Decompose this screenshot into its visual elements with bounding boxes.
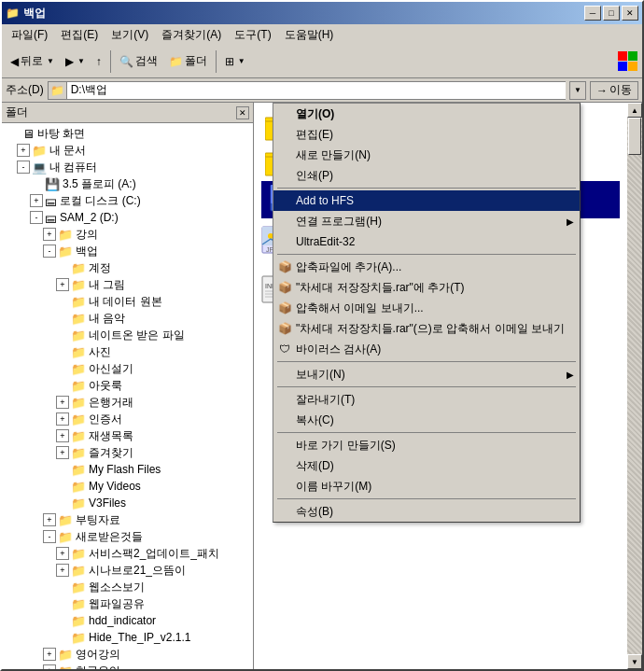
expand-drive-d[interactable]: - — [30, 211, 43, 224]
expand-favorites[interactable]: + — [56, 446, 69, 459]
search-button[interactable]: 🔍 검색 — [115, 49, 162, 75]
ctx-virus-icon: 🛡 — [277, 342, 292, 356]
ctx-compress-email[interactable]: 📦 압축해서 이메일 보내기... — [273, 298, 580, 318]
tree-item-v3files[interactable]: 📁 V3Files — [4, 495, 251, 511]
scroll-track[interactable] — [627, 118, 642, 654]
expand-my-pictures[interactable]: + — [56, 278, 69, 291]
expand-boot[interactable]: + — [43, 513, 56, 526]
tree-item-my-documents[interactable]: + 📁 내 문서 — [4, 142, 251, 159]
expand-playlist[interactable]: + — [56, 429, 69, 442]
file-panel-scrollbar[interactable]: ▲ ▼ — [627, 103, 642, 669]
ctx-add-archive[interactable]: 📦 압축파일에 추가(A)... — [273, 257, 580, 277]
ctx-cut[interactable]: 잘라내기(T) — [273, 389, 580, 410]
ctx-edit[interactable]: 편집(E) — [273, 124, 580, 145]
ctx-delete[interactable]: 삭제(D) — [273, 455, 580, 476]
expand-sp2[interactable]: + — [56, 547, 69, 560]
folder-tree[interactable]: 🖥 바탕 화면 + 📁 내 문서 - 💻 내 컴퓨터 — [2, 123, 253, 669]
tree-item-account[interactable]: 📁 계정 — [4, 259, 251, 276]
tree-item-websource[interactable]: 📁 웹소스보기 — [4, 579, 251, 595]
back-button[interactable]: ◀ 뒤로 ▼ — [6, 49, 59, 75]
tree-item-playlist[interactable]: + 📁 재생목록 — [4, 427, 251, 444]
tree-item-data-source[interactable]: 📁 내 데이터 원본 — [4, 293, 251, 310]
close-button[interactable]: ✕ — [622, 6, 638, 21]
tree-item-my-videos[interactable]: 📁 My Videos — [4, 478, 251, 495]
ctx-virus-scan[interactable]: 🛡 바이러스 검사(A) — [273, 339, 580, 359]
tree-item-asin[interactable]: 📁 아신설기 — [4, 360, 251, 377]
tree-item-hideip[interactable]: 📁 Hide_The_IP_v2.1.1 — [4, 629, 251, 646]
tree-item-drive-d[interactable]: - 🖴 SAM_2 (D:) — [4, 209, 251, 226]
minimize-button[interactable]: ─ — [584, 6, 601, 21]
menu-file[interactable]: 파일(F) — [6, 25, 53, 45]
forward-button[interactable]: ▶ ▼ — [61, 49, 90, 75]
expand-sinabro[interactable]: + — [56, 564, 69, 577]
tree-item-outlook[interactable]: 📁 아웃룩 — [4, 377, 251, 394]
expand-lecture[interactable]: + — [43, 228, 56, 241]
ctx-open[interactable]: 열기(O) — [273, 104, 580, 124]
maximize-button[interactable]: □ — [603, 6, 620, 21]
ctx-new[interactable]: 새로 만들기(N) — [273, 145, 580, 165]
tree-item-new-downloads[interactable]: - 📁 새로받은것들 — [4, 528, 251, 545]
scroll-thumb[interactable] — [628, 118, 641, 155]
menu-help[interactable]: 도움말(H) — [279, 25, 340, 45]
tree-item-my-music[interactable]: 📁 내 음악 — [4, 310, 251, 327]
ctx-copy[interactable]: 복사(C) — [273, 410, 580, 430]
expand-my-documents[interactable]: + — [17, 144, 30, 157]
tree-item-webfiles[interactable]: 📁 웹파일공유 — [4, 595, 251, 612]
expand-new-downloads[interactable]: - — [43, 530, 56, 543]
ctx-create-shortcut[interactable]: 바로 가기 만들기(S) — [273, 435, 580, 455]
tree-item-english[interactable]: + 📁 영어강의 — [4, 646, 251, 663]
views-button[interactable]: ⊞ ▼ — [220, 49, 250, 75]
tree-item-nateon[interactable]: 📁 네이트온 받은 파일 — [4, 327, 251, 343]
expand-banking[interactable]: + — [56, 396, 69, 409]
tree-item-boot[interactable]: + 📁 부팅자료 — [4, 511, 251, 528]
ctx-print[interactable]: 인쇄(P) — [273, 165, 580, 186]
expand-cert[interactable]: + — [56, 412, 69, 426]
ctx-delete-label: 삭제(D) — [296, 458, 334, 474]
main-window: 📁 백업 ─ □ ✕ 파일(F) 편집(E) 보기(V) 즐겨찾기(A) 도구(… — [0, 0, 644, 671]
go-button[interactable]: → 이동 — [590, 81, 638, 100]
tree-item-desktop[interactable]: 🖥 바탕 화면 — [4, 125, 251, 142]
tree-item-floppy[interactable]: 💾 3.5 플로피 (A:) — [4, 175, 251, 192]
tree-item-sinabro[interactable]: + 📁 시나브로21_으뜸이 — [4, 562, 251, 579]
tree-item-my-pictures[interactable]: + 📁 내 그림 — [4, 276, 251, 293]
folder-panel-close[interactable]: ✕ — [236, 106, 249, 119]
banking-icon: 📁 — [71, 396, 86, 410]
tree-item-drive-c[interactable]: + 🖴 로컬 디스크 (C:) — [4, 192, 251, 209]
scroll-up-btn[interactable]: ▲ — [627, 103, 642, 118]
menu-favorites[interactable]: 즐겨찾기(A) — [156, 25, 227, 45]
ctx-open-with[interactable]: 연결 프로그램(H) ▶ — [273, 211, 580, 231]
tree-item-sp2[interactable]: + 📁 서비스팩2_업데이트_패치 — [4, 545, 251, 562]
back-label: 뒤로 — [21, 53, 43, 69]
menu-tools[interactable]: 도구(T) — [229, 25, 276, 45]
expand-korean-music[interactable]: + — [43, 664, 56, 669]
expand-my-computer[interactable]: - — [17, 161, 30, 174]
scroll-down-btn[interactable]: ▼ — [627, 654, 642, 669]
expand-drive-c[interactable]: + — [30, 194, 43, 207]
ctx-send-to[interactable]: 보내기(N) ▶ — [273, 364, 580, 384]
tree-item-hdd[interactable]: 📁 hdd_indicator — [4, 612, 251, 629]
tree-item-my-computer[interactable]: - 💻 내 컴퓨터 — [4, 159, 251, 175]
address-text[interactable]: D:\백업 — [67, 82, 566, 98]
ctx-ultraedit[interactable]: UltraEdit-32 — [273, 231, 580, 252]
up-button[interactable]: ↑ — [91, 49, 106, 75]
ctx-properties[interactable]: 속성(B) — [273, 501, 580, 522]
expand-backup[interactable]: - — [43, 245, 56, 258]
tree-item-flash-files[interactable]: 📁 My Flash Files — [4, 461, 251, 478]
folders-button[interactable]: 📁 폴더 — [164, 49, 212, 75]
ctx-rename[interactable]: 이름 바꾸기(M) — [273, 476, 580, 496]
tree-item-banking[interactable]: + 📁 은행거래 — [4, 394, 251, 411]
menu-bar: 파일(F) 편집(E) 보기(V) 즐겨찾기(A) 도구(T) 도움말(H) — [2, 24, 642, 45]
tree-item-backup[interactable]: - 📁 백업 — [4, 243, 251, 259]
ctx-add-rar[interactable]: 📦 "차세대 저장장치들.rar"에 추가(T) — [273, 277, 580, 298]
tree-item-korean-music[interactable]: + 📁 한국음악 — [4, 663, 251, 669]
menu-edit[interactable]: 편집(E) — [55, 25, 104, 45]
tree-item-cert[interactable]: + 📁 인증서 — [4, 411, 251, 427]
address-dropdown[interactable]: ▼ — [569, 81, 586, 100]
ctx-add-hfs[interactable]: Add to HFS — [273, 190, 580, 211]
ctx-compress-rar-email[interactable]: 📦 "차세대 저장장치들.rar"(으)로 압축해서 이메일 보내기 — [273, 318, 580, 339]
tree-item-favorites[interactable]: + 📁 즐겨찾기 — [4, 444, 251, 461]
tree-item-lecture[interactable]: + 📁 강의 — [4, 226, 251, 243]
expand-english[interactable]: + — [43, 648, 56, 661]
tree-item-photos[interactable]: 📁 사진 — [4, 343, 251, 360]
menu-view[interactable]: 보기(V) — [105, 25, 154, 45]
